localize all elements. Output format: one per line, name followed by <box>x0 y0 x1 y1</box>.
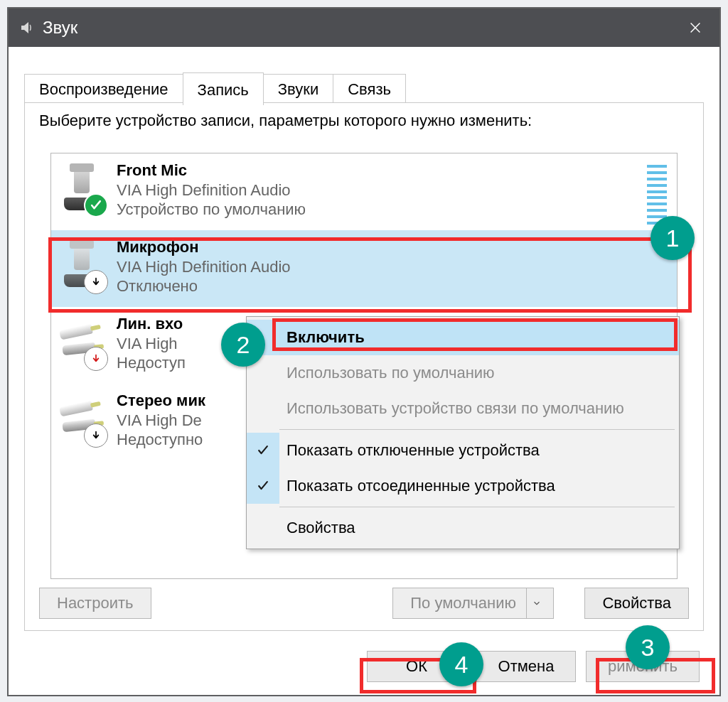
ok-label: ОК <box>406 657 427 676</box>
menu-separator <box>279 429 675 430</box>
step-1-label: 1 <box>666 225 680 252</box>
tab-communications-label: Связь <box>348 80 391 99</box>
check-icon <box>247 433 279 468</box>
arrow-down-red-icon <box>84 347 108 371</box>
check-icon <box>247 468 279 504</box>
titlebar: Звук <box>9 9 719 47</box>
close-button[interactable] <box>673 9 718 47</box>
tab-playback[interactable]: Воспроизведение <box>24 74 183 102</box>
menu-show-disconnected-label: Показать отсоединенные устройства <box>287 477 555 495</box>
device-text: Микрофон VIA High Definition Audio Отклю… <box>117 236 670 296</box>
sound-dialog: Звук Воспроизведение Запись Звуки Связь … <box>7 7 721 696</box>
menu-set-default-label: Использовать по умолчанию <box>287 364 495 382</box>
device-row-front-mic[interactable]: Front Mic VIA High Definition Audio Устр… <box>51 153 677 230</box>
microphone-icon <box>57 236 107 293</box>
device-name: Микрофон <box>117 237 670 257</box>
device-driver: VIA High Definition Audio <box>117 180 670 200</box>
device-text: Front Mic VIA High Definition Audio Устр… <box>117 159 670 220</box>
default-dropdown-button[interactable]: По умолчанию <box>392 588 554 619</box>
instruction-text: Выберите устройство записи, параметры ко… <box>39 112 532 130</box>
dialog-footer: ОК Отмена рименить <box>9 638 719 695</box>
configure-button[interactable]: Настроить <box>39 588 151 619</box>
menu-enable[interactable]: Включить <box>247 320 679 355</box>
menu-enable-label: Включить <box>287 328 365 347</box>
cancel-button[interactable]: Отмена <box>476 651 576 682</box>
step-badge-2: 2 <box>221 323 265 367</box>
menu-show-disabled[interactable]: Показать отключенные устройства <box>247 433 679 468</box>
speaker-icon <box>18 19 36 36</box>
menu-set-default: Использовать по умолчанию <box>247 355 679 391</box>
menu-show-disconnected[interactable]: Показать отсоединенные устройства <box>247 468 679 504</box>
tab-recording[interactable]: Запись <box>183 72 264 105</box>
arrow-down-icon <box>84 423 108 448</box>
line-in-icon <box>57 313 107 369</box>
menu-separator <box>279 507 675 507</box>
menu-properties[interactable]: Свойства <box>247 510 679 546</box>
context-menu: Включить Использовать по умолчанию Испол… <box>246 316 680 549</box>
menu-check-col <box>247 391 279 426</box>
arrow-down-icon <box>84 270 108 294</box>
step-3-label: 3 <box>641 634 655 662</box>
microphone-icon <box>57 159 107 216</box>
menu-check-col <box>247 510 279 546</box>
stereo-mix-icon <box>57 389 107 446</box>
step-4-label: 4 <box>455 651 469 679</box>
menu-show-disabled-label: Показать отключенные устройства <box>287 441 540 460</box>
step-badge-4: 4 <box>439 642 483 686</box>
step-2-label: 2 <box>237 331 250 359</box>
properties-button[interactable]: Свойства <box>584 588 689 619</box>
chevron-down-icon <box>526 588 546 618</box>
properties-label: Свойства <box>602 594 671 612</box>
tab-playback-label: Воспроизведение <box>39 80 168 99</box>
menu-set-default-comm: Использовать устройство связи по умолчан… <box>247 391 679 426</box>
tab-communications[interactable]: Связь <box>333 74 406 102</box>
device-row-microphone[interactable]: Микрофон VIA High Definition Audio Отклю… <box>51 230 677 307</box>
step-badge-3: 3 <box>626 625 670 669</box>
configure-label: Настроить <box>57 594 134 612</box>
tab-recording-label: Запись <box>198 81 249 99</box>
window-title: Звук <box>43 18 77 38</box>
cancel-label: Отмена <box>498 657 555 676</box>
tab-sounds[interactable]: Звуки <box>263 74 333 102</box>
device-name: Front Mic <box>117 161 670 180</box>
step-badge-1: 1 <box>651 216 695 260</box>
level-meter <box>647 165 667 225</box>
device-status: Устройство по умолчанию <box>117 200 670 220</box>
default-dropdown-label: По умолчанию <box>410 594 516 612</box>
device-driver: VIA High Definition Audio <box>117 257 670 277</box>
device-status: Отключено <box>117 276 670 296</box>
menu-set-default-comm-label: Использовать устройство связи по умолчан… <box>287 399 624 418</box>
menu-properties-label: Свойства <box>287 519 355 537</box>
tab-strip: Воспроизведение Запись Звуки Связь <box>24 72 405 104</box>
check-icon <box>84 193 108 217</box>
tab-sounds-label: Звуки <box>278 80 318 99</box>
